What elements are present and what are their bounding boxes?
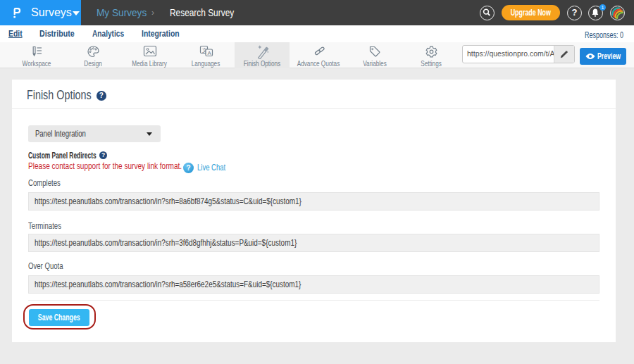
svg-text:A: A <box>207 50 211 56</box>
